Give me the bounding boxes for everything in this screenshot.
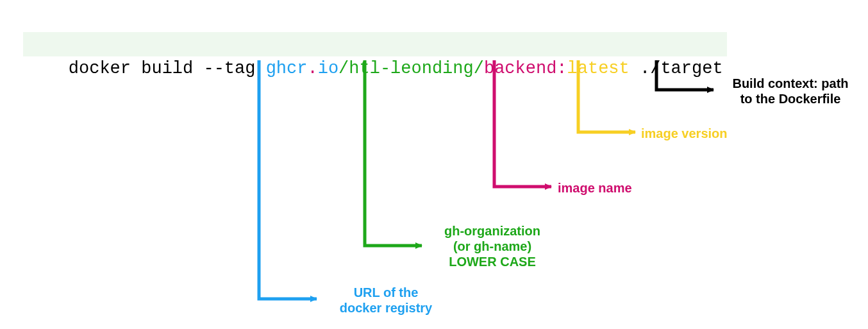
label-build-context-l1: Build context: path: [732, 76, 848, 90]
arrow-registry: [259, 60, 317, 299]
label-organization: gh-organization (or gh-name) LOWER CASE: [428, 223, 556, 269]
label-registry-l1: URL of the: [354, 285, 419, 299]
cmd-dot: .: [307, 59, 317, 78]
label-image-name: image name: [558, 180, 660, 196]
diagram-stage: docker build --tag ghcr.io/htl-leonding/…: [0, 0, 868, 329]
label-registry-l2: docker registry: [340, 301, 433, 315]
docker-command: docker build --tag ghcr.io/htl-leonding/…: [23, 32, 727, 56]
cmd-organization: htl-leonding: [349, 59, 473, 78]
cmd-registry-tld: io: [318, 59, 338, 78]
label-organization-l1: gh-organization: [444, 224, 540, 238]
label-image-version: image version: [641, 126, 750, 141]
cmd-colon: :: [556, 59, 567, 78]
label-organization-l2: (or gh-name): [453, 239, 531, 253]
cmd-image-version: latest: [567, 59, 630, 78]
arrow-organization: [365, 60, 422, 246]
cmd-prefix: docker build --tag: [69, 59, 266, 78]
label-build-context-l2: to the Dockerfile: [740, 92, 841, 106]
label-registry: URL of the docker registry: [322, 285, 450, 316]
cmd-slash-1: /: [338, 59, 349, 78]
cmd-slash-2: /: [474, 59, 484, 78]
label-image-version-l1: image version: [641, 126, 728, 140]
cmd-image-name: backend: [484, 59, 556, 78]
label-build-context: Build context: path to the Dockerfile: [720, 76, 861, 106]
label-image-name-l1: image name: [558, 181, 632, 195]
label-organization-l3: LOWER CASE: [449, 255, 536, 269]
cmd-registry-host: ghcr: [266, 59, 308, 78]
cmd-suffix: ./target: [630, 59, 723, 78]
